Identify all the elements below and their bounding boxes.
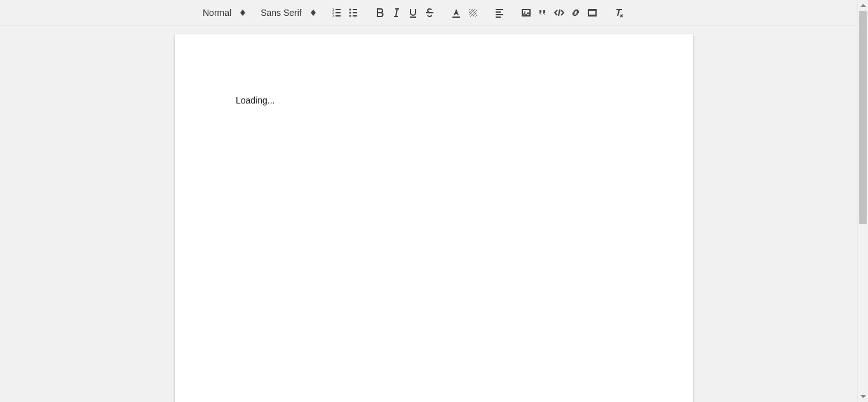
triangle-up-icon bbox=[860, 4, 866, 7]
ordered-list-button[interactable]: 1 2 3 bbox=[329, 4, 345, 21]
align-left-icon bbox=[494, 7, 505, 18]
clear-format-icon bbox=[613, 7, 625, 18]
image-icon bbox=[520, 7, 532, 18]
code-icon bbox=[553, 7, 565, 18]
svg-rect-22 bbox=[469, 9, 477, 17]
blockquote-button[interactable] bbox=[534, 4, 551, 21]
editor-canvas: Loading... bbox=[0, 25, 868, 402]
document-content[interactable]: Loading... bbox=[236, 95, 632, 105]
scroll-down-button[interactable] bbox=[858, 391, 868, 402]
italic-button[interactable] bbox=[388, 4, 405, 21]
triangle-down-icon bbox=[860, 395, 866, 398]
svg-marker-32 bbox=[860, 4, 866, 7]
svg-marker-1 bbox=[240, 13, 245, 16]
document-page[interactable]: Loading... bbox=[175, 34, 693, 402]
bullet-list-button[interactable] bbox=[345, 4, 362, 21]
image-button[interactable] bbox=[518, 4, 534, 21]
video-icon bbox=[587, 7, 598, 18]
italic-icon bbox=[391, 7, 402, 18]
chevron-updown-icon bbox=[311, 10, 316, 16]
link-button[interactable] bbox=[567, 4, 584, 21]
video-button[interactable] bbox=[584, 4, 600, 21]
svg-marker-3 bbox=[311, 13, 316, 16]
svg-text:3: 3 bbox=[332, 14, 334, 18]
svg-point-28 bbox=[524, 11, 526, 13]
svg-rect-21 bbox=[452, 17, 460, 18]
scroll-thumb[interactable] bbox=[859, 11, 867, 224]
text-color-icon bbox=[451, 7, 462, 18]
scroll-up-button[interactable] bbox=[858, 0, 868, 11]
vertical-scrollbar[interactable] bbox=[857, 0, 868, 402]
bold-icon bbox=[374, 7, 386, 18]
underline-button[interactable] bbox=[405, 4, 421, 21]
heading-picker-label: Normal bbox=[203, 8, 231, 18]
strike-icon bbox=[424, 7, 435, 18]
scroll-track[interactable] bbox=[858, 11, 868, 391]
quote-icon bbox=[537, 7, 548, 18]
background-color-icon bbox=[467, 7, 478, 18]
text-color-button[interactable] bbox=[448, 4, 465, 21]
svg-point-11 bbox=[349, 11, 351, 13]
strike-button[interactable] bbox=[421, 4, 438, 21]
svg-line-18 bbox=[396, 9, 397, 17]
svg-marker-33 bbox=[860, 395, 866, 398]
bold-button[interactable] bbox=[372, 4, 388, 21]
font-picker[interactable]: Sans Serif bbox=[258, 4, 318, 22]
svg-point-12 bbox=[349, 15, 351, 17]
underline-icon bbox=[407, 7, 419, 18]
editor-toolbar: Normal Sans Serif 1 2 3 bbox=[0, 0, 868, 25]
bullet-list-icon bbox=[348, 7, 359, 18]
svg-rect-30 bbox=[588, 10, 596, 11]
chevron-updown-icon bbox=[240, 10, 245, 16]
svg-rect-31 bbox=[588, 15, 596, 16]
link-icon bbox=[570, 7, 581, 18]
heading-picker[interactable]: Normal bbox=[200, 4, 248, 22]
clear-format-button[interactable] bbox=[611, 4, 627, 21]
align-button[interactable] bbox=[491, 4, 508, 21]
code-block-button[interactable] bbox=[551, 4, 567, 21]
svg-point-10 bbox=[349, 8, 351, 10]
background-color-button[interactable] bbox=[465, 4, 481, 21]
ordered-list-icon: 1 2 3 bbox=[331, 7, 342, 18]
font-picker-label: Sans Serif bbox=[261, 8, 302, 18]
